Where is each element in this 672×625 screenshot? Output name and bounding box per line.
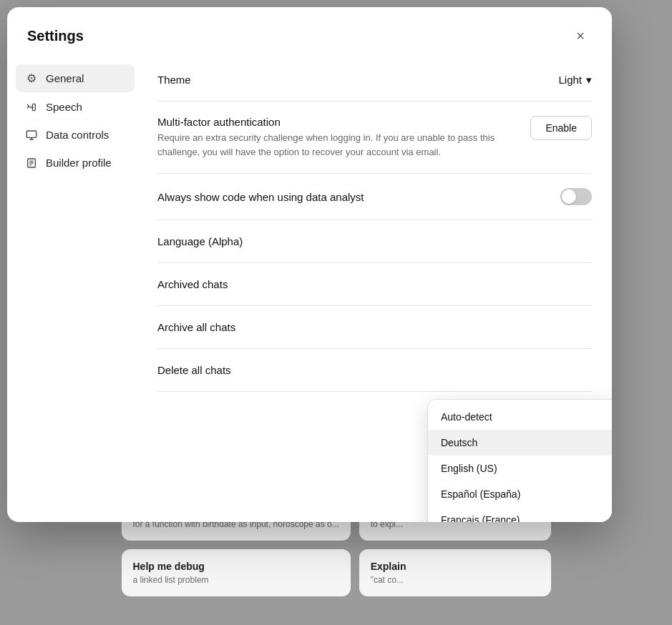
sidebar-label-general: General (46, 72, 84, 84)
sidebar-item-builder-profile[interactable]: Builder profile (16, 149, 135, 176)
svg-rect-0 (32, 104, 35, 110)
archive-all-label: Archive all chats (157, 321, 235, 333)
language-row: Language (Alpha) Auto-detectDeutschEngli… (157, 220, 592, 263)
toggle-knob (562, 190, 576, 204)
theme-value: Light (558, 74, 582, 86)
bg-card-4-title: Explain (371, 561, 540, 572)
bg-card-3-sub: a linked list problem (133, 575, 339, 585)
modal-title: Settings (27, 28, 84, 44)
bg-card-3: Help me debug a linked list problem (122, 549, 351, 596)
modal-body: ⚙ General Speech Data controls Builder (7, 59, 612, 522)
mfa-row: Multi-factor authentication Require an e… (157, 102, 592, 174)
theme-label: Theme (157, 74, 191, 86)
delete-all-row: Delete all chats (157, 349, 592, 392)
dropdown-item-english-us[interactable]: English (US) (428, 456, 612, 481)
sidebar-label-builder-profile: Builder profile (46, 157, 112, 169)
settings-modal: Settings × ⚙ General Speech Data control… (7, 7, 612, 522)
sidebar-label-data-controls: Data controls (46, 129, 109, 141)
sidebar-label-speech: Speech (46, 101, 82, 113)
dropdown-item-francais[interactable]: Français (France) (428, 507, 612, 522)
mfa-description: Require an extra security challenge when… (157, 131, 516, 159)
language-label: Language (Alpha) (157, 235, 243, 247)
code-analyst-toggle[interactable] (560, 188, 592, 205)
dropdown-item-deutsch[interactable]: Deutsch (428, 430, 612, 456)
modal-header: Settings × (7, 7, 612, 59)
language-dropdown: Auto-detectDeutschEnglish (US)Español (E… (427, 399, 612, 522)
enable-button[interactable]: Enable (530, 116, 592, 140)
chevron-down-icon: ▾ (586, 74, 592, 87)
sidebar: ⚙ General Speech Data controls Builder (7, 59, 143, 522)
bg-card-4-sub: "cat co... (371, 575, 540, 585)
builder-profile-icon (24, 157, 39, 169)
mfa-label: Multi-factor authentication (157, 116, 516, 128)
gear-icon: ⚙ (24, 72, 39, 85)
main-content: Theme Light ▾ Multi-factor authenticatio… (143, 59, 612, 522)
theme-selector[interactable]: Light ▾ (558, 74, 592, 87)
archive-all-row: Archive all chats (157, 306, 592, 349)
data-controls-icon (24, 129, 39, 141)
delete-all-label: Delete all chats (157, 364, 231, 376)
speech-icon (24, 102, 39, 113)
dropdown-item-espanol[interactable]: Español (España) (428, 481, 612, 507)
bg-card-3-title: Help me debug (133, 561, 339, 572)
sidebar-item-speech[interactable]: Speech (16, 94, 135, 120)
archived-chats-row: Archived chats (157, 263, 592, 306)
theme-row: Theme Light ▾ (157, 59, 592, 102)
bg-card-4: Explain "cat co... (359, 549, 551, 596)
code-analyst-label: Always show code when using data analyst (157, 191, 364, 203)
sidebar-item-general[interactable]: ⚙ General (16, 64, 135, 92)
sidebar-item-data-controls[interactable]: Data controls (16, 122, 135, 148)
svg-rect-1 (26, 131, 36, 137)
archived-chats-label: Archived chats (157, 278, 228, 290)
dropdown-item-auto-detect[interactable]: Auto-detect (428, 404, 612, 430)
mfa-label-block: Multi-factor authentication Require an e… (157, 116, 530, 159)
code-analyst-row: Always show code when using data analyst (157, 174, 592, 220)
close-button[interactable]: × (569, 24, 592, 47)
